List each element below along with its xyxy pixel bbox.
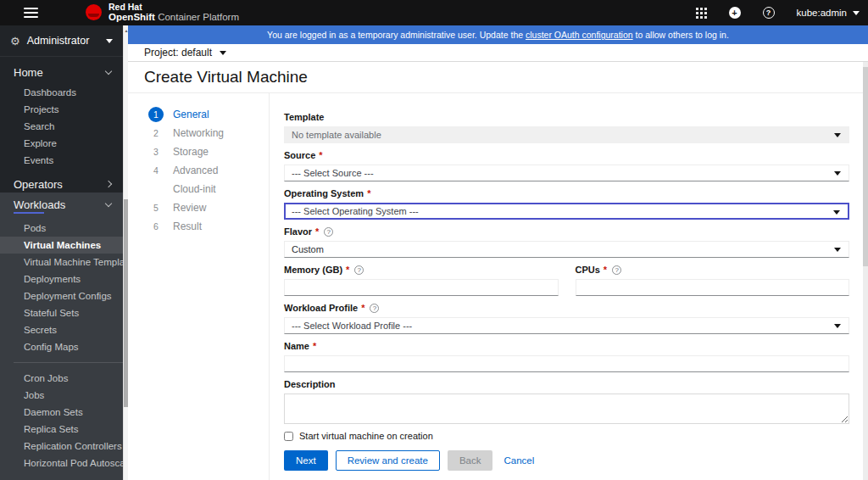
select-caret-icon (833, 210, 840, 215)
sidebar-item-horizontal-pod-autoscalers[interactable]: Horizontal Pod Autoscalers (0, 455, 123, 472)
username: kube:admin (797, 8, 847, 18)
sidebar-item-explore[interactable]: Explore (0, 135, 123, 152)
help-question-icon[interactable]: ? (763, 7, 775, 19)
workload-profile-help-icon[interactable]: ? (370, 304, 379, 313)
title-bar: Create Virtual Machine (128, 62, 868, 93)
cpus-help-icon[interactable]: ? (612, 265, 621, 275)
sidebar-item-deployment-configs[interactable]: Deployment Configs (0, 287, 123, 304)
wizard-steps: 1 General 2 Networking 3 Storage 4 Advan… (128, 93, 270, 480)
chevron-right-icon (105, 181, 112, 187)
page-title: Create Virtual Machine (144, 68, 308, 87)
wizard-step-review[interactable]: 5 Review (128, 198, 269, 217)
masthead: Red Hat OpenShift Container Platform + ?… (0, 0, 868, 25)
cluster-oauth-configuration-link[interactable]: cluster OAuth configuration (526, 30, 633, 40)
sidebar-item-events[interactable]: Events (0, 152, 123, 169)
required-asterisk: * (604, 265, 607, 276)
select-caret-icon (834, 324, 841, 328)
name-input[interactable] (284, 355, 849, 372)
wizard-footer: Next Review and create Back Cancel (284, 450, 849, 471)
redhat-logo-icon (86, 4, 102, 20)
project-selector[interactable]: Project: default (128, 44, 868, 62)
sidebar-item-replication-controllers[interactable]: Replication Controllers (0, 438, 123, 455)
start-on-creation-checkbox[interactable] (284, 432, 293, 441)
brand-product-text: OpenShift Container Platform (108, 12, 239, 22)
wizard-step-networking[interactable]: 2 Networking (128, 124, 269, 142)
required-asterisk: * (315, 226, 319, 237)
chevron-down-icon (105, 67, 112, 74)
back-button[interactable]: Back (448, 450, 493, 471)
nav-group-operators[interactable]: Operators (0, 176, 123, 193)
required-asterisk: * (313, 341, 316, 352)
sidebar-item-deployments[interactable]: Deployments (0, 271, 123, 287)
sidebar-item-config-maps[interactable]: Config Maps (0, 338, 123, 355)
wizard-step-cloud-init[interactable]: Cloud-init (128, 180, 269, 198)
description-label: Description (284, 379, 849, 390)
perspective-caret-icon (106, 39, 113, 43)
sidebar-item-virtual-machines[interactable]: Virtual Machines (0, 237, 123, 254)
template-label: Template (284, 112, 849, 123)
sidebar-item-daemon-sets[interactable]: Daemon Sets (0, 404, 123, 421)
select-caret-icon (834, 248, 841, 252)
required-asterisk: * (319, 150, 322, 161)
temporary-admin-banner: You are logged in as a temporary adminis… (128, 25, 868, 44)
select-caret-icon (834, 133, 841, 137)
required-asterisk: * (361, 303, 364, 314)
create-vm-wizard: 1 General 2 Networking 3 Storage 4 Advan… (128, 93, 868, 480)
cancel-button[interactable]: Cancel (500, 451, 537, 470)
wizard-step-storage[interactable]: 3 Storage (128, 142, 269, 161)
start-on-creation-row: Start virtual machine on creation (284, 431, 849, 441)
sidebar-item-jobs[interactable]: Jobs (0, 387, 123, 404)
sidebar-item-secrets[interactable]: Secrets (0, 321, 123, 338)
sidebar-item-search[interactable]: Search (0, 118, 123, 135)
operating-system-label: Operating System * (284, 188, 849, 199)
general-step-form: Template No template available Source * … (270, 93, 868, 480)
memory-input[interactable] (284, 279, 559, 296)
name-label: Name * (284, 341, 849, 352)
sidebar-item-cron-jobs[interactable]: Cron Jobs (0, 370, 123, 387)
description-textarea[interactable] (284, 393, 849, 424)
banner-text-before: You are logged in as a temporary adminis… (267, 30, 526, 40)
sidebar-item-replica-sets[interactable]: Replica Sets (0, 421, 123, 438)
flavor-help-icon[interactable]: ? (324, 227, 333, 237)
quick-create-plus-icon[interactable]: + (729, 7, 741, 19)
required-asterisk: * (367, 188, 370, 199)
user-menu[interactable]: kube:admin (797, 8, 860, 18)
wizard-step-advanced[interactable]: 4 Advanced (128, 161, 269, 180)
memory-help-icon[interactable]: ? (354, 265, 364, 275)
sidebar-item-pods[interactable]: Pods (0, 220, 123, 237)
workload-profile-select[interactable]: --- Select Workload Profile --- (284, 317, 849, 334)
required-asterisk: * (346, 265, 349, 276)
sidebar-item-dashboards[interactable]: Dashboards (0, 84, 123, 101)
template-select[interactable]: No template available (284, 126, 849, 143)
source-select[interactable]: --- Select Source --- (284, 165, 849, 181)
wizard-step-result[interactable]: 6 Result (128, 217, 269, 236)
review-and-create-button[interactable]: Review and create (336, 450, 440, 471)
perspective-switcher[interactable]: ⚙ Administrator (0, 25, 123, 57)
sidebar: ⚙ Administrator Home Dashboards Projects… (0, 25, 123, 480)
content-scrollbar-track (863, 62, 868, 480)
active-section-underline (14, 212, 44, 214)
select-caret-icon (834, 171, 841, 176)
flavor-label: Flavor * ? (284, 226, 849, 237)
app-launcher-grid-icon[interactable] (696, 8, 707, 19)
nav-section-workloads: Workloads Pods Virtual Machines Virtual … (0, 193, 123, 480)
banner-text-after: to allow others to log in. (633, 30, 729, 40)
brand-logo[interactable]: Red Hat OpenShift Container Platform (86, 3, 239, 23)
source-label: Source * (284, 150, 849, 161)
next-button[interactable]: Next (284, 450, 328, 471)
flavor-select[interactable]: Custom (284, 241, 849, 258)
user-menu-caret-icon (853, 11, 860, 15)
sidebar-item-virtual-machine-templates[interactable]: Virtual Machine Templates (0, 254, 123, 271)
sidebar-item-stateful-sets[interactable]: Stateful Sets (0, 304, 123, 321)
memory-label: Memory (GB) * ? (284, 265, 559, 276)
nav-group-home[interactable]: Home (0, 60, 123, 84)
operating-system-select[interactable]: --- Select Operating System --- (284, 203, 849, 220)
nav-section-home: Home Dashboards Projects Search Explore … (0, 57, 123, 176)
chevron-down-icon (105, 199, 112, 206)
content-scrollbar-thumb[interactable] (863, 67, 868, 266)
main-content: You are logged in as a temporary adminis… (128, 25, 868, 480)
nav-toggle-hamburger-icon[interactable] (24, 8, 38, 18)
cpus-input[interactable] (576, 279, 850, 296)
wizard-step-general[interactable]: 1 General (128, 105, 269, 124)
sidebar-item-projects[interactable]: Projects (0, 101, 123, 118)
